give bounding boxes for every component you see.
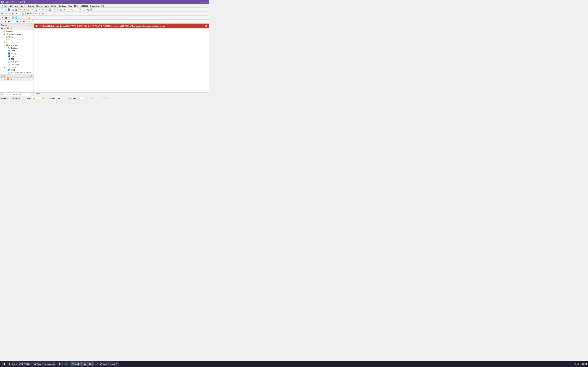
menu-plugins[interactable]: Plugins xyxy=(35,5,43,7)
text-annotation-button[interactable]: T xyxy=(75,8,78,11)
browser-collapse-tree-button[interactable]: ⊟ xyxy=(10,27,12,30)
menu-project[interactable]: Project xyxy=(1,5,8,7)
menu-vector[interactable]: Vector xyxy=(43,5,50,7)
browser-item-x-drive[interactable]: ▶ 📁 X:\ xyxy=(0,41,34,44)
browser-collapse-button[interactable]: ≡ xyxy=(28,24,30,26)
python-button[interactable]: 🐍 xyxy=(83,8,86,11)
browser-item-mssql[interactable]: 🗄️ MSSQL xyxy=(0,52,34,55)
browser-item-postgis[interactable]: 🐘 PostGIS xyxy=(0,49,34,52)
rotation-input[interactable] xyxy=(76,97,84,100)
plugin-button[interactable]: 🔌 xyxy=(86,8,89,11)
browser-item-xyz-tiles[interactable]: ▶ ⊞ XYZ Tiles xyxy=(0,66,34,69)
layers-collapse-button[interactable]: ≡ xyxy=(28,75,30,77)
close-button[interactable]: ✕ xyxy=(206,1,208,3)
redo-button[interactable]: ↪ xyxy=(23,8,26,11)
layers-group-button[interactable]: ⊞ xyxy=(10,78,12,81)
browser-item-home[interactable]: ▶ 🏠 Home xyxy=(0,36,34,38)
zoom-out-button[interactable]: 🔍 xyxy=(34,8,37,11)
scale-input[interactable] xyxy=(32,97,41,100)
menu-help[interactable]: Help xyxy=(100,5,106,7)
menu-layer[interactable]: Layer xyxy=(20,5,26,7)
rotate-left[interactable]: ↺ xyxy=(0,20,4,23)
menu-database[interactable]: Database xyxy=(58,5,67,7)
new-project-button[interactable]: 📄 xyxy=(0,8,4,11)
error-close-button[interactable]: ✕ xyxy=(205,25,208,27)
menu-processing[interactable]: Processing xyxy=(89,5,100,7)
messages-button[interactable]: 💬 xyxy=(115,97,118,99)
add-wms-button[interactable]: 🌐 xyxy=(11,16,14,19)
pan-button[interactable]: ✋ xyxy=(27,8,30,11)
browser-item-favorites[interactable]: ⭐ Favorites xyxy=(0,30,34,33)
browser-properties-button[interactable]: ℹ xyxy=(13,27,16,30)
print-button[interactable]: 🖨️ xyxy=(15,8,18,11)
browser-item-db2[interactable]: 🔷 DB2 xyxy=(0,58,34,60)
save-button[interactable]: 💾 xyxy=(8,8,11,11)
prev-view[interactable]: ◁ xyxy=(19,20,22,23)
move-feature-button[interactable]: ↔ xyxy=(8,12,11,15)
menu-edit[interactable]: Edit xyxy=(8,5,14,7)
layers-float-button[interactable]: ⊡ xyxy=(30,75,33,77)
search-input[interactable] xyxy=(4,93,31,96)
refresh2-button[interactable]: ↻ xyxy=(23,16,26,19)
select-button[interactable]: ↖ xyxy=(56,8,60,11)
digitize-button[interactable]: ✏ xyxy=(0,12,4,15)
pause-button[interactable]: ⏸ xyxy=(35,25,38,27)
next-view[interactable]: ▷ xyxy=(23,20,26,23)
layers-move-down-button[interactable]: ▼ xyxy=(16,78,18,81)
add-wfs-button[interactable]: 🌐 xyxy=(15,16,18,19)
open-button[interactable]: 📂 xyxy=(4,8,7,11)
stop-render[interactable]: ⏹ xyxy=(4,20,7,23)
browser-item-c-drive[interactable]: ▶ 📁 C:\ xyxy=(0,38,34,41)
edit-node-button[interactable]: ⬡ xyxy=(4,12,7,15)
browser-item-spatialite[interactable]: ✏️ SpatiaLite xyxy=(0,47,34,49)
globe-button[interactable]: 🌐 xyxy=(90,8,93,11)
browser-filter-button[interactable]: 🔽 xyxy=(7,27,9,30)
pan-map[interactable]: ⟳ xyxy=(16,20,19,23)
menu-web[interactable]: Web xyxy=(67,5,73,7)
refresh-button[interactable]: 🔄 xyxy=(48,8,52,11)
layers-remove-button[interactable]: ✕ xyxy=(19,78,22,81)
refresh-map-button[interactable]: ↺ xyxy=(19,16,22,19)
menu-view[interactable]: View xyxy=(14,5,20,7)
magnifier-input[interactable] xyxy=(57,97,64,100)
browser-refresh-button[interactable]: ↺ xyxy=(3,27,6,30)
stats-button[interactable]: Σ xyxy=(67,8,70,11)
add-raster-button[interactable]: 📷 xyxy=(4,16,7,19)
location[interactable]: 📍 xyxy=(30,20,34,23)
snap-button[interactable]: ⊹ xyxy=(34,12,37,15)
minimize-button[interactable]: — xyxy=(199,1,202,3)
delete-button[interactable]: 🗑 xyxy=(11,12,14,15)
identify-button[interactable]: ℹ xyxy=(52,8,56,11)
layers-add-button[interactable]: ⊕ xyxy=(3,78,6,81)
browser-item-wcs[interactable]: 🌐 WCS xyxy=(0,69,34,71)
browser-item-oracle[interactable]: 🔵 Oracle xyxy=(0,55,34,58)
deselect-button[interactable]: ⬚ xyxy=(60,8,63,11)
browser-item-geopackage[interactable]: ▼ 🌍 GeoPackage xyxy=(0,44,34,47)
browser-item-wfs-ogc[interactable]: 🌐 WFS / OGC API - Features xyxy=(0,71,34,74)
save-as-button[interactable]: 📋 xyxy=(11,8,14,11)
menu-mesh[interactable]: Mesh xyxy=(73,5,80,7)
chart-button[interactable]: 📊 xyxy=(27,16,30,19)
label2-button[interactable]: abc xyxy=(30,12,33,15)
menu-raster[interactable]: Raster xyxy=(50,5,57,7)
maximize-button[interactable]: □ xyxy=(202,1,205,3)
zoom-layer-button[interactable]: ⊞ xyxy=(41,8,44,11)
add-vector-button[interactable]: ▽ xyxy=(0,16,4,19)
zoom-full-button[interactable]: ⊕ xyxy=(37,8,41,11)
paste-button[interactable]: 📋 xyxy=(22,12,25,15)
digitize2-button[interactable]: ⊕ xyxy=(37,12,41,15)
browser-add-button[interactable]: ➕ xyxy=(0,27,3,30)
browser-item-spatial-bookmarks[interactable]: ▶ 📑 Spatial Bookmarks xyxy=(0,33,34,36)
undo-button[interactable]: ↩ xyxy=(19,8,22,11)
zoom-100[interactable]: ⊙ xyxy=(12,20,15,23)
label-button[interactable]: abc xyxy=(26,12,29,15)
browser-float-button[interactable]: ⊡ xyxy=(30,24,33,26)
browser-item-vector-tiles[interactable]: ⊞ Vector Tiles xyxy=(0,63,34,66)
browser-item-wms-wmts[interactable]: 🌐 WMS/WMTS xyxy=(0,60,34,63)
menu-mmqgis[interactable]: MMQGIS xyxy=(80,5,89,7)
start-render[interactable]: ▶ xyxy=(8,20,11,23)
cut-button[interactable]: ✂ xyxy=(15,12,18,15)
attribute-table-button[interactable]: ≡ xyxy=(63,8,67,11)
layers-open-button[interactable]: 📂 xyxy=(0,78,3,81)
layers-filter-button[interactable]: 🔽 xyxy=(7,78,9,81)
